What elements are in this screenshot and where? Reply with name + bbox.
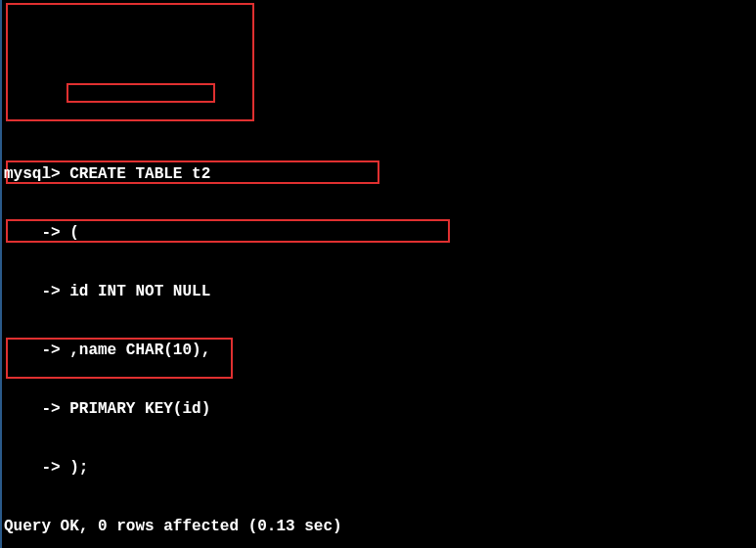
terminal-line: -> ( [4,223,754,243]
terminal-line: -> id INT NOT NULL [4,282,754,301]
terminal-line: Query OK, 0 rows affected (0.13 sec) [4,517,754,536]
terminal-line: -> ); [4,458,754,478]
highlight-create-table [6,3,254,121]
terminal-line: mysql> CREATE TABLE t2 [4,164,754,184]
terminal-output: mysql> CREATE TABLE t2 -> ( -> id INT NO… [0,0,756,548]
highlight-primary-key [67,83,215,103]
terminal-line: -> PRIMARY KEY(id) [4,399,754,419]
terminal-line: -> ,name CHAR(10), [4,341,754,360]
